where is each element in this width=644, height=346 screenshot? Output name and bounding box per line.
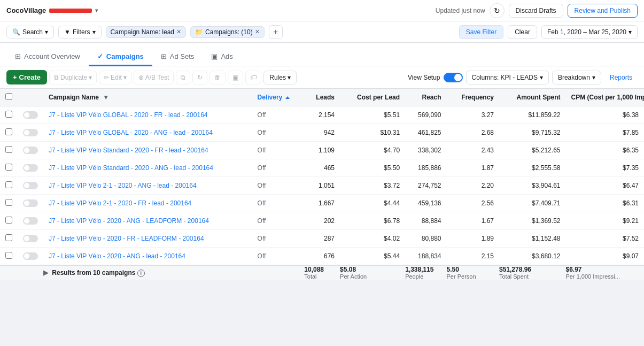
column-delivery[interactable]: Delivery: [252, 89, 305, 106]
row-checkbox-cell: [0, 142, 18, 159]
column-frequency[interactable]: Frequency: [447, 89, 499, 106]
row-delivery: Off: [252, 230, 305, 248]
row-toggle[interactable]: [23, 199, 38, 207]
footer-reach-total: 1,338,115: [405, 266, 446, 273]
breakdown-button[interactable]: Breakdown ▾: [552, 71, 601, 84]
row-toggle[interactable]: [23, 147, 38, 154]
row-leads: 202: [304, 212, 340, 230]
column-campaign-name[interactable]: Campaign Name ▼: [43, 89, 252, 106]
row-toggle[interactable]: [23, 129, 38, 136]
row-checkbox-cell: [0, 106, 18, 124]
discard-drafts-button[interactable]: Discard Drafts: [509, 4, 563, 18]
row-campaign-name[interactable]: J7 - Liste VIP Vélo 2-1 - 2020 - ANG - l…: [43, 177, 252, 195]
brand-logo: CocoVillage ▾: [6, 6, 98, 14]
row-frequency: 2.68: [447, 124, 499, 142]
clear-button[interactable]: Clear: [508, 25, 537, 39]
tag-button[interactable]: 🏷: [245, 71, 261, 84]
row-checkbox[interactable]: [5, 128, 12, 135]
monitor-button[interactable]: ▣: [228, 71, 243, 84]
table-row: J7 - Liste VIP Vélo GLOBAL - 2020 - ANG …: [0, 124, 644, 142]
search-button[interactable]: 🔍 Search ▾: [6, 26, 54, 39]
tab-ad-sets[interactable]: ⊞ Ad Sets: [152, 48, 203, 66]
search-icon: 🔍: [12, 28, 20, 36]
brand-chevron-icon[interactable]: ▾: [95, 7, 98, 13]
refresh-campaigns-icon: ↻: [197, 74, 203, 81]
add-filter-button[interactable]: +: [269, 25, 283, 39]
row-checkbox[interactable]: [5, 164, 12, 171]
row-campaign-name[interactable]: J7 - Liste VIP Vélo 2-1 - 2020 - FR - le…: [43, 195, 252, 212]
row-checkbox[interactable]: [5, 199, 12, 206]
row-campaign-name[interactable]: J7 - Liste VIP Vélo GLOBAL - 2020 - FR -…: [43, 106, 252, 124]
date-range-picker[interactable]: Feb 1, 2020 – Mar 25, 2020 ▾: [541, 25, 638, 39]
create-button[interactable]: + Create: [6, 70, 47, 84]
tab-account-overview[interactable]: ⊞ Account Overview: [6, 48, 89, 66]
row-campaign-name[interactable]: J7 - Liste VIP Vélo Standard - 2020 - FR…: [43, 142, 252, 159]
row-delivery: Off: [252, 159, 305, 177]
row-toggle-cell: [18, 142, 43, 159]
row-toggle[interactable]: [23, 235, 38, 242]
copy-button[interactable]: ⧉: [176, 71, 190, 84]
duplicate-button[interactable]: ⧉ Duplicate ▾: [49, 71, 97, 84]
row-checkbox[interactable]: [5, 111, 12, 118]
brand-progress-bar: [49, 9, 92, 13]
row-campaign-name[interactable]: J7 - Liste VIP Vélo Standard - 2020 - AN…: [43, 159, 252, 177]
row-checkbox[interactable]: [5, 252, 12, 259]
row-checkbox[interactable]: [5, 234, 12, 241]
row-toggle[interactable]: [23, 164, 38, 172]
footer-reach-sublabel: People: [405, 273, 446, 280]
column-cpm[interactable]: CPM (Cost per 1,000 Impressions): [565, 89, 644, 106]
edit-button[interactable]: ✏ Edit ▾: [99, 71, 131, 84]
row-toggle-cell: [18, 248, 43, 266]
delete-button[interactable]: 🗑: [210, 71, 226, 84]
column-leads[interactable]: Leads: [304, 89, 340, 106]
row-amount-spent: $11,859.22: [499, 106, 566, 124]
footer-results-label[interactable]: ▶ Results from 10 campaigns i: [43, 265, 252, 280]
save-filter-button[interactable]: Save Filter: [459, 25, 503, 39]
date-range-chevron-icon: ▾: [629, 28, 632, 36]
tab-ads[interactable]: ▣ Ads: [203, 48, 241, 66]
footer-info-icon[interactable]: i: [137, 270, 145, 277]
refresh-button[interactable]: ↻: [490, 3, 505, 18]
row-leads: 465: [304, 159, 340, 177]
row-reach: 188,834: [405, 248, 446, 266]
columns-button[interactable]: Columns: KPI - LEADS ▾: [466, 71, 549, 84]
footer-cpm-total: $6.97: [565, 266, 644, 273]
row-checkbox[interactable]: [5, 146, 12, 153]
view-setup-toggle[interactable]: [444, 73, 463, 82]
filter-tag-campaigns-close[interactable]: ✕: [255, 28, 260, 35]
row-campaign-name[interactable]: J7 - Liste VIP Vélo GLOBAL - 2020 - ANG …: [43, 124, 252, 142]
row-campaign-name[interactable]: J7 - Liste VIP Vélo - 2020 - ANG - LEADF…: [43, 212, 252, 230]
row-delivery: Off: [252, 212, 305, 230]
column-reach[interactable]: Reach: [405, 89, 446, 106]
row-campaign-name[interactable]: J7 - Liste VIP Vélo - 2020 - FR - LEADFO…: [43, 230, 252, 248]
filter-tag-campaign-name-close[interactable]: ✕: [176, 28, 181, 35]
reports-button[interactable]: Reports: [604, 71, 638, 84]
tab-campaigns[interactable]: ✓ Campaigns: [89, 48, 152, 66]
ab-test-button[interactable]: ⊗ A/B Test: [134, 71, 174, 84]
expand-results-icon[interactable]: ▶: [43, 269, 48, 276]
row-delivery: Off: [252, 248, 305, 266]
row-frequency: 1.87: [447, 159, 499, 177]
copy-icon: ⧉: [181, 74, 185, 81]
row-checkbox[interactable]: [5, 181, 12, 188]
row-reach: 88,884: [405, 212, 446, 230]
select-all-checkbox[interactable]: [5, 93, 12, 100]
column-amount-spent[interactable]: Amount Spent: [499, 89, 566, 106]
filters-button[interactable]: ▼ Filters ▾: [58, 26, 102, 39]
row-campaign-name[interactable]: J7 - Liste VIP Vélo - 2020 - ANG - lead …: [43, 248, 252, 266]
row-checkbox-cell: [0, 195, 18, 212]
rules-button[interactable]: Rules ▾: [263, 71, 297, 84]
row-toggle[interactable]: [23, 111, 38, 119]
row-cpm: $6.38: [565, 106, 644, 124]
review-publish-button[interactable]: Review and Publish: [568, 4, 638, 18]
row-checkbox[interactable]: [5, 217, 12, 224]
row-leads: 676: [304, 248, 340, 266]
row-toggle[interactable]: [23, 182, 38, 189]
row-checkbox-cell: [0, 159, 18, 177]
row-amount-spent: $1,152.48: [499, 230, 566, 248]
row-toggle[interactable]: [23, 252, 38, 260]
refresh-campaigns-button[interactable]: ↻: [192, 71, 207, 84]
row-frequency: 2.15: [447, 248, 499, 266]
column-cost-per-lead[interactable]: Cost per Lead: [340, 89, 405, 106]
row-toggle[interactable]: [23, 217, 38, 225]
